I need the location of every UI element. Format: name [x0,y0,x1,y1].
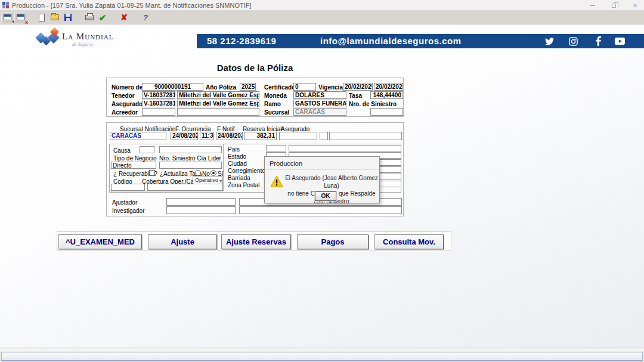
save-icon[interactable] [62,12,74,23]
warning-dialog: Produccion El Asegurado (Jose Alberto Go… [264,156,380,203]
cobertura-field[interactable] [147,184,223,191]
restore-button[interactable] [609,1,618,10]
estado-label: Estado [228,153,246,160]
asegurado-nombre-notif-field[interactable] [329,132,402,140]
f-notif-field[interactable]: 24/08/2025 [216,132,243,140]
pais-label: País [228,146,240,153]
ano-poliza-field[interactable]: 2025 [240,83,256,91]
causa-box: Causa Tipo de Negocio Nro. Siniestro Cía… [109,144,224,191]
ano-poliza-label: Año Póliza [206,84,236,91]
certificado-label: Certificado [264,84,295,91]
dialog-line1: El Asegurado (Jose Alberto Gomez Luna) [285,175,378,189]
sucursal-label: Sucursal [264,109,289,116]
acreedor-nombre-field[interactable] [177,108,259,116]
open-folder-icon[interactable] [49,12,61,23]
app-icon [2,2,9,8]
ok-button[interactable]: OK [315,191,336,201]
window-title: Produccion - [157 Sra. Yulia Zapata 01-0… [12,2,252,9]
warning-icon [270,175,283,190]
codigo-field[interactable] [111,184,145,191]
asegurado-id-notif-field[interactable] [279,132,317,140]
minimize-button[interactable] [588,1,596,10]
sucursal-notificacion-field[interactable]: CARACAS [110,132,166,140]
logo-tagline: de Seguros [72,42,93,47]
certificado-field[interactable]: 0 [293,83,316,91]
vigencia-label: Vigencia [318,84,343,91]
hora-ocurrencia-field[interactable]: 11:36 [200,132,214,140]
sucursal-field[interactable]: CARACAS [293,108,346,116]
asegurado-id-field[interactable]: V-16037281 [142,100,175,107]
help-icon[interactable]: ? [140,12,151,23]
email-address: info@lamundialdeseguros.com [320,36,462,46]
toolbar: + x ✔ ✘ ? [0,11,644,24]
tenedor-nombre-field[interactable]: Milethzi del Valle Gomez Espinoz [177,91,259,99]
nro-siniestro-cia-field[interactable] [159,162,222,169]
pais-codigo-field[interactable] [266,145,286,151]
status-bar [1,352,643,361]
consulta-mov-button[interactable]: Consulta Mov. [374,234,444,249]
recuperable-checkbox[interactable] [149,170,155,176]
asegurado-nombre-field[interactable]: Milethzi del Valle Gomez Espinoz [177,100,259,107]
close-button[interactable]: × [631,1,639,10]
tipo-negocio-field[interactable]: Directo [111,162,156,169]
causa-descripcion-field[interactable] [159,146,222,153]
actions-strip: ^U_EXAMEN_MED Ajuste Ajuste Reservas Pag… [57,231,451,251]
numero-poliza-label: Número de [112,84,143,91]
bottom-divider [0,348,644,351]
acreedor-id-field[interactable] [142,108,175,116]
print-icon[interactable] [83,12,95,23]
ajustador-codigo-field[interactable] [166,198,236,206]
moneda-label: Moneda [264,92,287,99]
investigador-nombre-field[interactable] [239,206,402,214]
youtube-icon[interactable] [614,36,625,46]
examen-med-button[interactable]: ^U_EXAMEN_MED [58,234,142,249]
ajuste-button[interactable]: Ajuste [148,234,217,249]
ciudad-label: Ciudad [228,160,247,167]
causa-codigo-field[interactable] [140,146,154,153]
corregimiento-label: Corregimiento [228,168,265,174]
nro-siniestro-cia-label: Nro. Siniestro Cía Lider [159,155,221,162]
acreedor-label: Acreedor [112,109,138,116]
nro-siniestro-field[interactable] [370,108,403,116]
logo-text: La Mundial [62,32,113,42]
tenedor-id-field[interactable]: V-16037281 [142,91,175,99]
new-window-icon[interactable]: + [1,12,13,23]
vigencia-desde-field[interactable]: 20/02/2025 [343,83,373,91]
dialog-title: Produccion [270,160,302,167]
facebook-icon[interactable] [593,36,603,46]
page-title: Datos de la Póliza [106,63,404,73]
ajuste-reservas-button[interactable]: Ajuste Reservas [221,234,291,249]
new-document-icon[interactable] [36,12,48,23]
close-window-icon[interactable]: x [14,12,26,23]
confirm-check-icon[interactable]: ✔ [97,12,109,23]
causa-label: Causa [113,147,131,154]
actualiza-no-radio[interactable] [195,170,201,176]
phone-number: 58 212-2839619 [207,36,276,46]
pagos-button[interactable]: Pagos [297,234,369,249]
ramo-label: Ramo [264,101,281,107]
tasa-label: Tasa [349,92,362,99]
investigador-codigo-field[interactable] [166,206,236,214]
ramo-field[interactable]: GASTOS FUNERARIO [293,100,346,107]
policy-panel: Número de 90000000191 Año Póliza 2025 Ce… [106,78,404,117]
nro-siniestro-label: Nro. de Siniestro [349,101,397,107]
f-ocurrencia-field[interactable]: 24/08/2025 [171,132,198,140]
twitter-icon[interactable] [544,36,555,46]
actualiza-si-radio[interactable] [210,170,216,176]
investigador-label: Investigador [112,208,144,214]
asegurado-tipo-field[interactable] [320,132,328,140]
ajustador-label: Ajustador [112,199,137,206]
contact-bar: 58 212-2839619 info@lamundialdeseguros.c… [197,34,644,48]
vigencia-hasta-field[interactable]: 20/02/2026 [374,83,403,91]
tasa-field[interactable]: 148,44400 [370,91,403,99]
reserva-inicial-field[interactable]: 382,31 [244,132,277,140]
tenedor-label: Tenedor [112,92,135,99]
instagram-icon[interactable] [568,36,578,46]
moneda-field[interactable]: DOLARES [293,91,346,99]
barriada-label: Barriada [228,175,250,181]
pais-field[interactable] [289,145,401,151]
cancel-x-icon[interactable]: ✘ [118,12,130,23]
numero-poliza-field[interactable]: 90000000191 [142,83,203,91]
title-bar: Produccion - [157 Sra. Yulia Zapata 01-0… [0,0,644,11]
tipo-negocio-label: Tipo de Negocio [113,155,156,162]
